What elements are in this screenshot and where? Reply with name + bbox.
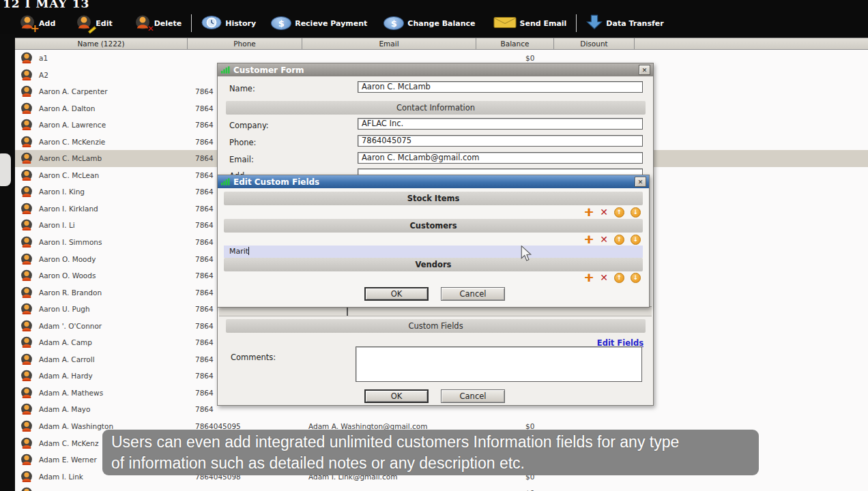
toolbar-separator bbox=[191, 14, 192, 32]
customer-phone: 7864 bbox=[195, 351, 214, 368]
edit-custom-fields-titlebar[interactable]: Edit Custom Fields ✕ bbox=[218, 175, 649, 188]
change-balance-button[interactable]: $ Change Balance bbox=[384, 16, 475, 30]
company-field[interactable]: AFLAC Inc. bbox=[358, 118, 643, 130]
customer-phone: 7864 bbox=[195, 301, 214, 318]
customer-phone: 7864 bbox=[195, 318, 214, 335]
toolbar-separator bbox=[576, 14, 577, 32]
app-window-icon bbox=[220, 65, 231, 74]
subtitle-caption: Users can even add integrated unlimited … bbox=[102, 430, 759, 475]
delete-field-icon[interactable]: ✕ bbox=[600, 207, 608, 217]
recieve-payment-button[interactable]: $ Recieve Payment bbox=[271, 16, 367, 30]
edit-custom-fields-dialog: Edit Custom Fields ✕ Stock Items + ✕ ↑ ↓… bbox=[217, 175, 650, 308]
edit-button[interactable]: Edit bbox=[76, 15, 112, 31]
plus-badge-icon: + bbox=[31, 22, 40, 35]
dollar-icon: $ bbox=[384, 16, 404, 30]
customer-name: Aaron A. Dalton bbox=[39, 100, 95, 117]
customer-phone: 7864 bbox=[195, 267, 214, 284]
column-header-discount[interactable]: Disount bbox=[554, 38, 635, 49]
add-field-icon[interactable]: + bbox=[584, 273, 594, 282]
customer-phone: 7864 bbox=[195, 167, 214, 184]
column-header-phone[interactable]: Phone bbox=[188, 38, 302, 49]
close-icon[interactable]: ✕ bbox=[635, 177, 646, 187]
customer-name: Aaron O. Woods bbox=[39, 267, 96, 284]
send-email-button-label: Send Email bbox=[520, 19, 567, 28]
customer-name: Adam E. Werner bbox=[39, 451, 97, 468]
new-custom-field-text: Marit bbox=[229, 247, 248, 256]
delete-field-icon[interactable]: ✕ bbox=[600, 235, 608, 244]
dollar-glyph: $ bbox=[278, 18, 285, 29]
customer-name: Adam C. McKenz bbox=[39, 435, 99, 452]
move-up-icon[interactable]: ↑ bbox=[614, 273, 624, 283]
top-bar: 12 I MAY 13 + Add Edit ✕ bbox=[0, 0, 868, 38]
comments-textarea[interactable] bbox=[356, 346, 642, 382]
data-transfer-button[interactable]: Data Transfer bbox=[586, 14, 663, 32]
move-up-icon[interactable]: ↑ bbox=[614, 207, 624, 218]
move-down-icon[interactable]: ↓ bbox=[631, 235, 641, 245]
stock-items-actions: + ✕ ↑ ↓ bbox=[584, 207, 641, 218]
contact-information-header: Contact Information bbox=[226, 101, 646, 115]
column-header-name[interactable]: Name (1222) bbox=[15, 38, 188, 49]
customer-phone: 7864 bbox=[195, 368, 214, 385]
form-ok-button[interactable]: OK bbox=[364, 389, 429, 403]
edit-button-label: Edit bbox=[96, 19, 112, 28]
move-down-icon[interactable]: ↓ bbox=[631, 207, 641, 218]
customer-name: Aaron I. King bbox=[39, 183, 85, 200]
customer-name: a1 bbox=[39, 50, 48, 67]
slide-out-handle[interactable] bbox=[0, 153, 11, 186]
customer-name: Aaron C. McKenzie bbox=[39, 134, 105, 151]
ecf-cancel-button[interactable]: Cancel bbox=[441, 287, 505, 301]
obscured-field-row bbox=[219, 306, 652, 316]
name-field[interactable]: Aaron C. McLamb bbox=[358, 81, 643, 93]
edit-custom-fields-title: Edit Custom Fields bbox=[233, 177, 635, 187]
delete-field-icon[interactable]: ✕ bbox=[600, 273, 608, 282]
vendors-header: Vendors bbox=[224, 258, 643, 271]
table-header: Name (1222) Phone Email Balance Disount bbox=[0, 38, 868, 50]
history-button[interactable]: History bbox=[201, 16, 256, 31]
custom-fields-header: Custom Fields bbox=[226, 319, 646, 333]
send-email-button[interactable]: Send Email bbox=[493, 16, 567, 31]
video-timestamp: 12 I MAY 13 bbox=[3, 0, 89, 10]
envelope-icon bbox=[493, 16, 517, 31]
move-up-icon[interactable]: ↑ bbox=[614, 235, 624, 245]
add-button[interactable]: + Add bbox=[19, 15, 55, 31]
column-header-blank bbox=[635, 38, 868, 49]
delete-button[interactable]: ✕ Delete bbox=[134, 15, 182, 31]
email-label: Email: bbox=[229, 155, 254, 164]
customer-name: Adam A. Mathews bbox=[39, 385, 103, 402]
clock-icon bbox=[201, 16, 222, 31]
customer-form-titlebar[interactable]: Customer Form ✕ bbox=[218, 63, 653, 76]
new-custom-field-input[interactable]: Marit bbox=[224, 246, 643, 258]
customer-name: Aaron C. McLamb bbox=[39, 150, 102, 167]
company-label: Company: bbox=[229, 121, 269, 130]
up-arrow-glyph: ↑ bbox=[617, 209, 622, 215]
recieve-payment-button-label: Recieve Payment bbox=[295, 19, 367, 28]
close-icon[interactable]: ✕ bbox=[639, 65, 650, 75]
customer-row[interactable]: $0 bbox=[0, 485, 868, 491]
phone-field[interactable]: 7864045075 bbox=[358, 135, 643, 147]
column-header-email[interactable]: Email bbox=[302, 38, 476, 49]
email-field[interactable]: Aaron C. McLamb@gmail.com bbox=[358, 152, 643, 164]
up-arrow-glyph: ↑ bbox=[617, 274, 622, 281]
customer-name: Adam '. O'Connor bbox=[39, 318, 102, 335]
customer-name: Aaron C. McLean bbox=[39, 167, 99, 184]
customer-phone: 7864 bbox=[195, 251, 214, 268]
customer-phone: 7864 bbox=[195, 284, 214, 301]
text-caret bbox=[248, 247, 249, 255]
dollar-glyph: $ bbox=[391, 18, 397, 29]
customer-form-title: Customer Form bbox=[233, 65, 639, 75]
form-cancel-button[interactable]: Cancel bbox=[441, 389, 505, 403]
move-down-icon[interactable]: ↓ bbox=[631, 273, 641, 283]
customer-name: Aaron U. Pugh bbox=[39, 301, 90, 318]
add-field-icon[interactable]: + bbox=[584, 235, 594, 244]
app-window: 12 I MAY 13 + Add Edit ✕ bbox=[0, 0, 868, 491]
customer-name: Aaron I. Simmons bbox=[39, 234, 102, 251]
customer-name: Aaron A. Lawrence bbox=[39, 117, 106, 134]
up-arrow-glyph: ↑ bbox=[617, 236, 622, 243]
customer-phone: 7864 bbox=[195, 217, 214, 234]
ecf-ok-button[interactable]: OK bbox=[364, 287, 429, 301]
customer-name: Aaron R. Brandon bbox=[39, 284, 102, 301]
column-header-balance[interactable]: Balance bbox=[476, 38, 554, 49]
vendors-actions: + ✕ ↑ ↓ bbox=[584, 272, 641, 283]
add-field-icon[interactable]: + bbox=[584, 207, 594, 217]
data-transfer-button-label: Data Transfer bbox=[606, 19, 663, 28]
